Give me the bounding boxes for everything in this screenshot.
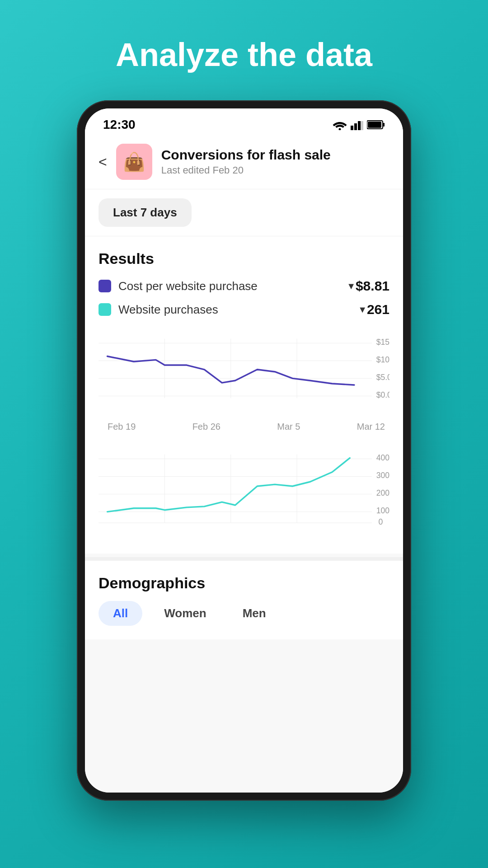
svg-text:200: 200 (376, 489, 389, 498)
campaign-last-edited: Last edited Feb 20 (161, 164, 331, 176)
metric-row-purchases: Website purchases ▼ 261 (99, 302, 389, 317)
purchases-dropdown-icon[interactable]: ▼ (358, 305, 367, 315)
campaign-name: Conversions for flash sale (161, 147, 331, 163)
demo-tab-men[interactable]: Men (228, 601, 281, 626)
chart-cost-svg: $15.00 $10.00 $5.00 $0.00 (99, 330, 389, 418)
demographics-section: Demographics All Women Men (85, 561, 403, 639)
chart1-x-label-1: Feb 19 (108, 422, 136, 432)
svg-text:$0.00: $0.00 (376, 390, 389, 399)
status-icons (333, 119, 385, 130)
signal-icon (351, 119, 363, 130)
svg-text:$10.00: $10.00 (376, 355, 389, 364)
metric-value-purchases: 261 (367, 302, 389, 317)
svg-text:100: 100 (376, 507, 389, 516)
status-time: 12:30 (103, 117, 136, 132)
section-divider (85, 557, 403, 561)
svg-text:0: 0 (379, 517, 383, 526)
demo-tab-women[interactable]: Women (150, 601, 221, 626)
svg-rect-4 (361, 121, 363, 130)
svg-rect-2 (354, 123, 357, 130)
metric-label-purchases: Website purchases (118, 303, 354, 317)
campaign-header: < 👜 Conversions for flash sale Last edit… (85, 136, 403, 189)
svg-text:$15.00: $15.00 (376, 338, 389, 347)
svg-text:300: 300 (376, 471, 389, 480)
svg-point-0 (339, 128, 341, 131)
demo-tab-all[interactable]: All (99, 601, 142, 626)
chart-purchases: 400 300 200 100 0 (99, 446, 389, 540)
wifi-icon (333, 119, 347, 130)
phone-screen: 12:30 (85, 108, 403, 793)
metric-color-cost (99, 280, 111, 292)
demographics-tabs: All Women Men (99, 601, 389, 626)
svg-rect-1 (351, 126, 353, 130)
campaign-info: Conversions for flash sale Last edited F… (161, 147, 331, 176)
metric-value-cost: $8.81 (356, 278, 389, 294)
results-section: Results Cost per website purchase ▼ $8.8… (85, 236, 403, 554)
battery-icon (367, 120, 385, 130)
svg-rect-3 (358, 121, 361, 130)
chart1-x-labels: Feb 19 Feb 26 Mar 5 Mar 12 (99, 422, 389, 432)
cost-dropdown-icon[interactable]: ▼ (347, 281, 356, 291)
svg-text:400: 400 (376, 454, 389, 463)
date-filter-section: Last 7 days (85, 189, 403, 236)
metric-color-purchases (99, 303, 111, 316)
demographics-title: Demographics (99, 574, 389, 592)
metric-label-cost: Cost per website purchase (118, 279, 343, 293)
back-button[interactable]: < (99, 154, 107, 170)
content-area: Results Cost per website purchase ▼ $8.8… (85, 236, 403, 793)
chart1-x-label-4: Mar 12 (357, 422, 385, 432)
phone-wrapper: 12:30 (77, 100, 411, 801)
date-filter-button[interactable]: Last 7 days (99, 198, 192, 227)
svg-text:$5.00: $5.00 (376, 373, 389, 382)
chart-purchases-svg: 400 300 200 100 0 (99, 450, 389, 538)
results-title: Results (99, 250, 389, 267)
phone-frame: 12:30 (77, 100, 411, 801)
chart1-x-label-3: Mar 5 (277, 422, 300, 432)
chart1-x-label-2: Feb 26 (192, 422, 221, 432)
svg-rect-7 (368, 122, 381, 128)
status-bar: 12:30 (85, 108, 403, 136)
metric-row-cost: Cost per website purchase ▼ $8.81 (99, 278, 389, 294)
svg-rect-6 (383, 123, 385, 127)
page-heading: Analyze the data (0, 36, 488, 73)
campaign-icon: 👜 (116, 144, 152, 180)
chart-cost: $15.00 $10.00 $5.00 $0.00 Feb 19 Feb 26 … (99, 325, 389, 432)
